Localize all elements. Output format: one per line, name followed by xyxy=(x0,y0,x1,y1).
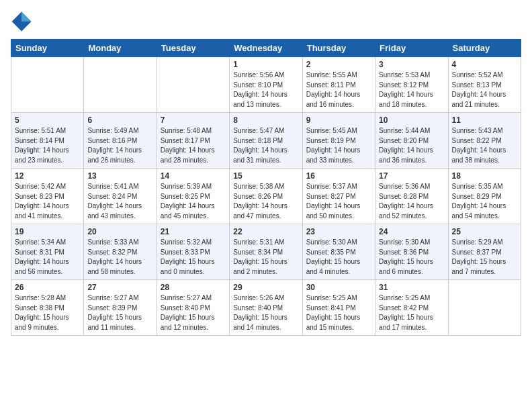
svg-marker-1 xyxy=(21,12,31,21)
day-number: 14 xyxy=(161,171,226,181)
calendar-cell: 26Sunrise: 5:28 AM Sunset: 8:38 PM Dayli… xyxy=(11,280,84,336)
calendar-cell: 15Sunrise: 5:38 AM Sunset: 8:26 PM Dayli… xyxy=(230,169,302,224)
calendar-cell: 2Sunrise: 5:55 AM Sunset: 8:11 PM Daylig… xyxy=(302,57,375,113)
calendar-cell xyxy=(448,280,521,336)
calendar-cell: 4Sunrise: 5:52 AM Sunset: 8:13 PM Daylig… xyxy=(448,57,521,113)
day-info: Sunrise: 5:45 AM Sunset: 8:19 PM Dayligh… xyxy=(306,126,371,165)
day-info: Sunrise: 5:26 AM Sunset: 8:40 PM Dayligh… xyxy=(233,293,298,332)
day-info: Sunrise: 5:43 AM Sunset: 8:22 PM Dayligh… xyxy=(452,126,517,165)
day-info: Sunrise: 5:55 AM Sunset: 8:11 PM Dayligh… xyxy=(306,71,371,109)
calendar-cell: 21Sunrise: 5:32 AM Sunset: 8:33 PM Dayli… xyxy=(157,224,229,280)
logo-icon xyxy=(11,11,32,32)
day-info: Sunrise: 5:47 AM Sunset: 8:18 PM Dayligh… xyxy=(233,126,298,165)
day-number: 7 xyxy=(161,116,226,125)
day-number: 11 xyxy=(452,116,517,125)
page-header xyxy=(11,11,521,32)
day-info: Sunrise: 5:38 AM Sunset: 8:26 PM Dayligh… xyxy=(233,182,298,221)
day-info: Sunrise: 5:27 AM Sunset: 8:39 PM Dayligh… xyxy=(87,293,152,332)
calendar-cell xyxy=(11,57,84,113)
day-number: 27 xyxy=(87,283,152,292)
day-header-tuesday: Tuesday xyxy=(157,40,229,57)
day-number: 24 xyxy=(379,227,444,236)
day-number: 21 xyxy=(161,227,226,236)
calendar-cell: 16Sunrise: 5:37 AM Sunset: 8:27 PM Dayli… xyxy=(302,169,375,224)
calendar-cell: 8Sunrise: 5:47 AM Sunset: 8:18 PM Daylig… xyxy=(230,113,302,169)
day-header-saturday: Saturday xyxy=(448,40,521,57)
calendar-cell: 28Sunrise: 5:27 AM Sunset: 8:40 PM Dayli… xyxy=(157,280,229,336)
day-number: 23 xyxy=(306,227,371,236)
day-number: 20 xyxy=(87,227,152,236)
day-info: Sunrise: 5:30 AM Sunset: 8:35 PM Dayligh… xyxy=(306,238,371,277)
calendar-cell: 30Sunrise: 5:25 AM Sunset: 8:41 PM Dayli… xyxy=(302,280,375,336)
day-header-friday: Friday xyxy=(375,40,448,57)
calendar-cell: 10Sunrise: 5:44 AM Sunset: 8:20 PM Dayli… xyxy=(375,113,448,169)
day-header-thursday: Thursday xyxy=(302,40,375,57)
calendar-cell: 7Sunrise: 5:48 AM Sunset: 8:17 PM Daylig… xyxy=(157,113,229,169)
day-number: 25 xyxy=(452,227,517,236)
calendar-cell: 17Sunrise: 5:36 AM Sunset: 8:28 PM Dayli… xyxy=(375,169,448,224)
day-number: 16 xyxy=(306,171,371,181)
calendar-cell: 12Sunrise: 5:42 AM Sunset: 8:23 PM Dayli… xyxy=(11,169,84,224)
calendar-header-row: SundayMondayTuesdayWednesdayThursdayFrid… xyxy=(11,40,521,57)
day-info: Sunrise: 5:25 AM Sunset: 8:41 PM Dayligh… xyxy=(306,293,371,332)
calendar-cell: 20Sunrise: 5:33 AM Sunset: 8:32 PM Dayli… xyxy=(84,224,157,280)
day-number: 18 xyxy=(452,171,517,181)
day-number: 26 xyxy=(15,283,80,292)
calendar-cell: 22Sunrise: 5:31 AM Sunset: 8:34 PM Dayli… xyxy=(230,224,302,280)
calendar-cell: 23Sunrise: 5:30 AM Sunset: 8:35 PM Dayli… xyxy=(302,224,375,280)
day-info: Sunrise: 5:53 AM Sunset: 8:12 PM Dayligh… xyxy=(379,71,444,109)
day-info: Sunrise: 5:36 AM Sunset: 8:28 PM Dayligh… xyxy=(379,182,444,221)
day-number: 12 xyxy=(15,171,80,181)
day-number: 22 xyxy=(233,227,298,236)
day-header-wednesday: Wednesday xyxy=(230,40,302,57)
calendar-table: SundayMondayTuesdayWednesdayThursdayFrid… xyxy=(11,39,521,336)
day-number: 6 xyxy=(87,116,152,125)
day-number: 13 xyxy=(87,171,152,181)
day-info: Sunrise: 5:29 AM Sunset: 8:37 PM Dayligh… xyxy=(452,238,517,277)
calendar-cell: 24Sunrise: 5:30 AM Sunset: 8:36 PM Dayli… xyxy=(375,224,448,280)
day-info: Sunrise: 5:27 AM Sunset: 8:40 PM Dayligh… xyxy=(161,293,226,332)
day-number: 4 xyxy=(452,60,517,69)
svg-marker-2 xyxy=(21,21,31,31)
day-info: Sunrise: 5:37 AM Sunset: 8:27 PM Dayligh… xyxy=(306,182,371,221)
calendar-week-row: 26Sunrise: 5:28 AM Sunset: 8:38 PM Dayli… xyxy=(11,280,521,336)
day-info: Sunrise: 5:51 AM Sunset: 8:14 PM Dayligh… xyxy=(15,126,80,165)
day-info: Sunrise: 5:44 AM Sunset: 8:20 PM Dayligh… xyxy=(379,126,444,165)
calendar-week-row: 1Sunrise: 5:56 AM Sunset: 8:10 PM Daylig… xyxy=(11,57,521,113)
calendar-week-row: 5Sunrise: 5:51 AM Sunset: 8:14 PM Daylig… xyxy=(11,113,521,169)
calendar-cell: 5Sunrise: 5:51 AM Sunset: 8:14 PM Daylig… xyxy=(11,113,84,169)
day-number: 29 xyxy=(233,283,298,292)
day-number: 10 xyxy=(379,116,444,125)
day-info: Sunrise: 5:25 AM Sunset: 8:42 PM Dayligh… xyxy=(379,293,444,332)
day-info: Sunrise: 5:48 AM Sunset: 8:17 PM Dayligh… xyxy=(161,126,226,165)
day-number: 8 xyxy=(233,116,298,125)
day-info: Sunrise: 5:28 AM Sunset: 8:38 PM Dayligh… xyxy=(15,293,80,332)
calendar-cell: 19Sunrise: 5:34 AM Sunset: 8:31 PM Dayli… xyxy=(11,224,84,280)
calendar-cell: 1Sunrise: 5:56 AM Sunset: 8:10 PM Daylig… xyxy=(230,57,302,113)
day-info: Sunrise: 5:42 AM Sunset: 8:23 PM Dayligh… xyxy=(15,182,80,221)
day-info: Sunrise: 5:39 AM Sunset: 8:25 PM Dayligh… xyxy=(161,182,226,221)
day-info: Sunrise: 5:32 AM Sunset: 8:33 PM Dayligh… xyxy=(161,238,226,277)
calendar-cell xyxy=(84,57,157,113)
day-header-monday: Monday xyxy=(84,40,157,57)
calendar-cell: 13Sunrise: 5:41 AM Sunset: 8:24 PM Dayli… xyxy=(84,169,157,224)
day-info: Sunrise: 5:34 AM Sunset: 8:31 PM Dayligh… xyxy=(15,238,80,277)
day-number: 2 xyxy=(306,60,371,69)
day-info: Sunrise: 5:30 AM Sunset: 8:36 PM Dayligh… xyxy=(379,238,444,277)
day-number: 19 xyxy=(15,227,80,236)
day-number: 9 xyxy=(306,116,371,125)
day-info: Sunrise: 5:52 AM Sunset: 8:13 PM Dayligh… xyxy=(452,71,517,109)
day-number: 15 xyxy=(233,171,298,181)
calendar-cell: 25Sunrise: 5:29 AM Sunset: 8:37 PM Dayli… xyxy=(448,224,521,280)
calendar-cell: 18Sunrise: 5:35 AM Sunset: 8:29 PM Dayli… xyxy=(448,169,521,224)
day-info: Sunrise: 5:56 AM Sunset: 8:10 PM Dayligh… xyxy=(233,71,298,109)
day-number: 5 xyxy=(15,116,80,125)
calendar-cell: 11Sunrise: 5:43 AM Sunset: 8:22 PM Dayli… xyxy=(448,113,521,169)
day-info: Sunrise: 5:49 AM Sunset: 8:16 PM Dayligh… xyxy=(87,126,152,165)
day-number: 28 xyxy=(161,283,226,292)
calendar-cell: 29Sunrise: 5:26 AM Sunset: 8:40 PM Dayli… xyxy=(230,280,302,336)
calendar-cell: 9Sunrise: 5:45 AM Sunset: 8:19 PM Daylig… xyxy=(302,113,375,169)
day-info: Sunrise: 5:33 AM Sunset: 8:32 PM Dayligh… xyxy=(87,238,152,277)
day-info: Sunrise: 5:35 AM Sunset: 8:29 PM Dayligh… xyxy=(452,182,517,221)
day-header-sunday: Sunday xyxy=(11,40,84,57)
